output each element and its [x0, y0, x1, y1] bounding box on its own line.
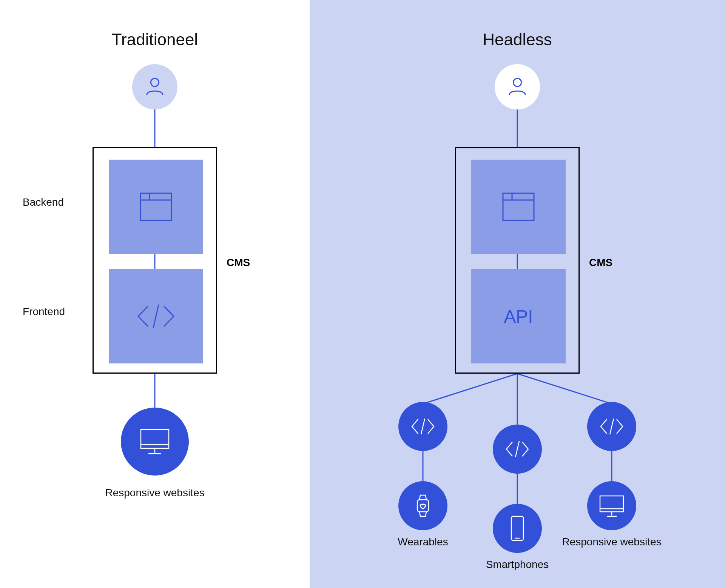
frontend-code-node-1 — [398, 402, 447, 451]
cms-container-right: API — [455, 147, 580, 374]
cms-label-left: CMS — [227, 257, 250, 269]
api-label: API — [504, 306, 533, 327]
smartphones-node — [493, 504, 542, 553]
cms-label-right: CMS — [589, 257, 612, 269]
backend-label: Backend — [23, 196, 64, 208]
svg-line-14 — [423, 374, 517, 404]
cms-container-left — [93, 147, 217, 374]
svg-rect-8 — [141, 429, 169, 448]
svg-line-24 — [421, 419, 425, 434]
wearables-node — [398, 481, 447, 530]
svg-line-16 — [517, 374, 612, 404]
window-icon — [501, 192, 535, 222]
responsive-label-right: Responsive websites — [559, 536, 665, 548]
monitor-icon — [138, 426, 172, 457]
svg-rect-21 — [503, 193, 534, 220]
backend-block-right — [471, 160, 566, 254]
user-icon — [506, 76, 528, 98]
svg-rect-28 — [511, 516, 523, 540]
frontend-code-node-2 — [493, 425, 542, 474]
api-block: API — [471, 269, 566, 363]
user-node-right — [495, 64, 540, 109]
backend-block — [109, 160, 203, 254]
wearables-label: Wearables — [385, 536, 461, 548]
diagram-root: Traditioneel — [0, 0, 725, 588]
svg-line-7 — [153, 305, 159, 328]
headless-title: Headless — [310, 30, 725, 49]
code-icon — [504, 440, 531, 459]
monitor-icon — [598, 494, 626, 518]
traditional-title: Traditioneel — [0, 30, 310, 49]
code-icon — [135, 303, 177, 329]
smartphones-label: Smartphones — [472, 559, 563, 571]
window-icon — [139, 192, 173, 222]
responsive-label-left: Responsive websites — [98, 487, 211, 499]
frontend-code-node-3 — [587, 402, 636, 451]
code-icon — [599, 417, 625, 436]
user-icon — [144, 76, 166, 98]
code-icon — [410, 417, 436, 436]
svg-line-26 — [610, 419, 614, 434]
headless-panel: Headless API CMS — [310, 0, 725, 588]
frontend-label: Frontend — [23, 306, 65, 318]
svg-point-3 — [151, 79, 159, 86]
svg-point-20 — [513, 79, 521, 86]
traditional-panel: Traditioneel — [0, 0, 310, 588]
responsive-output-left — [121, 408, 189, 476]
svg-rect-4 — [140, 193, 171, 220]
svg-rect-30 — [600, 496, 623, 512]
user-node-left — [132, 64, 177, 109]
smartwatch-icon — [413, 494, 432, 518]
responsive-node-right — [587, 481, 636, 530]
svg-line-25 — [515, 441, 519, 457]
smartphone-icon — [509, 515, 526, 542]
frontend-block — [109, 269, 203, 363]
